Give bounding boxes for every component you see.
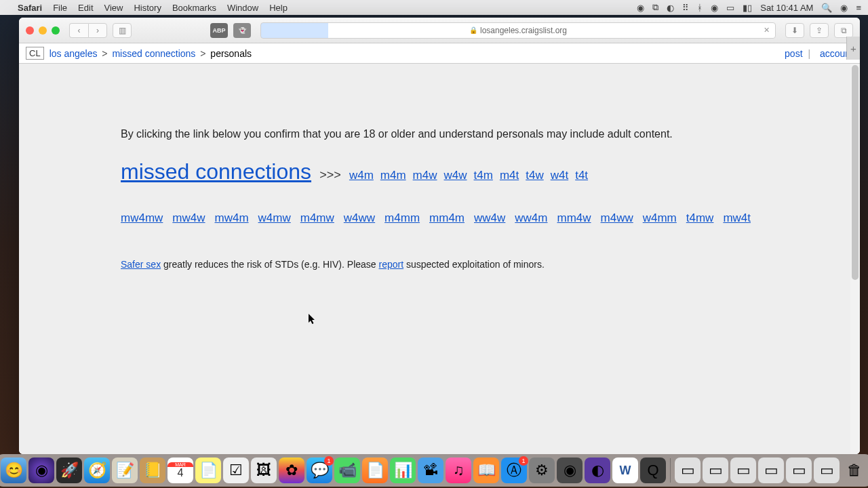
notes-icon[interactable]: 📄 (195, 458, 221, 483)
menu-help[interactable]: Help (269, 3, 288, 13)
siri-dock-icon[interactable]: ◉ (28, 458, 54, 483)
cat-link-t4mw[interactable]: t4mw (686, 211, 714, 224)
word-icon[interactable]: W (612, 458, 638, 483)
preview-icon[interactable]: 🖼 (251, 458, 277, 483)
bluetooth-icon[interactable]: ᚼ (697, 3, 703, 13)
stop-reload-button[interactable]: ✕ (764, 26, 770, 35)
cat-link-mw4w[interactable]: mw4w (172, 211, 205, 224)
launchpad-icon[interactable]: 🚀 (56, 458, 82, 483)
minimized-window-3[interactable]: ▭ (730, 458, 756, 483)
window-minimize-button[interactable] (39, 26, 47, 35)
screen-record-icon[interactable]: ◉ (637, 3, 644, 13)
keynote-icon[interactable]: 📽 (418, 458, 443, 483)
contacts-icon[interactable]: 📒 (140, 458, 165, 483)
ibooks-icon[interactable]: 📖 (473, 458, 499, 483)
forward-button[interactable]: › (88, 23, 107, 38)
clock[interactable]: Sat 10:41 AM (760, 3, 813, 13)
safari-dock-icon[interactable]: 🧭 (84, 458, 110, 483)
cat-link-w4t[interactable]: w4t (551, 169, 568, 182)
ghostery-extension-icon[interactable]: 👻 (233, 23, 251, 38)
quicktime-icon[interactable]: Q (640, 458, 666, 483)
system-preferences-icon[interactable]: ⚙ (529, 458, 555, 483)
vertical-scrollbar[interactable] (850, 64, 860, 454)
cat-link-m4w[interactable]: m4w (413, 169, 437, 182)
dropbox-icon[interactable]: ⧉ (652, 2, 658, 13)
cat-link-w4mm[interactable]: w4mm (643, 211, 677, 224)
cat-link-t4t[interactable]: t4t (575, 169, 588, 182)
new-tab-button[interactable]: + (846, 37, 860, 60)
display-icon[interactable]: ▭ (726, 3, 734, 13)
back-button[interactable]: ‹ (69, 23, 88, 38)
address-bar[interactable]: 🔒 losangeles.craigslist.org ✕ (260, 22, 776, 39)
post-link[interactable]: post (785, 48, 802, 59)
cat-link-ww4m[interactable]: ww4m (515, 211, 547, 224)
cat-link-t4w[interactable]: t4w (526, 169, 543, 182)
url-text: losangeles.craigslist.org (480, 26, 567, 35)
reminders-icon[interactable]: ☑ (223, 458, 249, 483)
sidebar-toggle-button[interactable]: ▥ (113, 23, 132, 38)
cat-link-m4mw[interactable]: m4mw (300, 211, 334, 224)
share-button[interactable]: ⇪ (810, 23, 829, 38)
cat-link-t4m[interactable]: t4m (474, 169, 493, 182)
report-link[interactable]: report (378, 259, 403, 270)
breadcrumb-city[interactable]: los angeles (50, 48, 98, 59)
appstore-icon[interactable]: Ⓐ1 (501, 458, 527, 483)
cat-link-w4ww[interactable]: w4ww (344, 211, 375, 224)
minimized-window-2[interactable]: ▭ (703, 458, 728, 483)
window-close-button[interactable] (26, 26, 34, 35)
sync-icon[interactable]: ◐ (667, 3, 674, 13)
siri-icon[interactable]: ◉ (840, 3, 848, 13)
missed-connections-link[interactable]: missed connections (121, 159, 311, 184)
minimized-window-6[interactable]: ▭ (814, 458, 840, 483)
menu-bookmarks[interactable]: Bookmarks (172, 3, 216, 13)
menu-edit[interactable]: Edit (78, 3, 93, 13)
cat-link-ww4w[interactable]: ww4w (474, 211, 505, 224)
menu-history[interactable]: History (134, 3, 161, 13)
finder-icon[interactable]: 😊 (1, 458, 26, 483)
menu-file[interactable]: File (53, 3, 67, 13)
trash-icon[interactable]: 🗑 (842, 458, 867, 483)
itunes-icon[interactable]: ♫ (446, 458, 471, 483)
cat-link-m4mm[interactable]: m4mm (384, 211, 420, 224)
cat-link-mm4w[interactable]: mm4w (557, 211, 591, 224)
cat-link-mw4m[interactable]: mw4m (215, 211, 249, 224)
protools-icon[interactable]: ◉ (557, 458, 583, 483)
age-confirm-text: By clicking the link below you confirm t… (121, 128, 860, 140)
pages-icon[interactable]: 📄 (362, 458, 388, 483)
photos-icon[interactable]: ✿ (279, 458, 304, 483)
cat-link-m4ww[interactable]: m4ww (601, 211, 633, 224)
facetime-icon[interactable]: 📹 (334, 458, 360, 483)
cat-link-w4w[interactable]: w4w (444, 169, 467, 182)
eclipse-icon[interactable]: ◐ (585, 458, 610, 483)
messages-icon[interactable]: 💬1 (307, 458, 332, 483)
textedit-icon[interactable]: 📝 (112, 458, 138, 483)
menu-view[interactable]: View (104, 3, 123, 13)
minimized-window-4[interactable]: ▭ (758, 458, 784, 483)
cat-link-m4t[interactable]: m4t (500, 169, 519, 182)
spotlight-icon[interactable]: 🔍 (821, 3, 832, 13)
cat-link-mw4mw[interactable]: mw4mw (121, 211, 163, 224)
cat-link-mw4t[interactable]: mw4t (723, 211, 751, 224)
cat-link-w4m[interactable]: w4m (349, 169, 374, 182)
adblock-extension-icon[interactable]: ABP (210, 23, 228, 38)
downloads-button[interactable]: ⬇ (785, 23, 804, 38)
tabs-button[interactable]: ⧉ (834, 23, 853, 38)
cat-link-mm4m[interactable]: mm4m (429, 211, 465, 224)
cat-link-w4mw[interactable]: w4mw (258, 211, 291, 224)
scrollbar-thumb[interactable] (852, 65, 859, 280)
notification-center-icon[interactable]: ≡ (856, 3, 861, 13)
battery-icon[interactable]: ▮▯ (743, 3, 752, 13)
menu-window[interactable]: Window (227, 3, 258, 13)
cat-link-m4m[interactable]: m4m (380, 169, 406, 182)
grid-icon[interactable]: ⠿ (682, 3, 689, 13)
cl-logo[interactable]: CL (26, 47, 44, 60)
wifi-icon[interactable]: ◉ (711, 3, 718, 13)
breadcrumb-category[interactable]: missed connections (112, 48, 195, 59)
calendar-icon[interactable]: MAR4 (167, 458, 193, 483)
safer-sex-link[interactable]: Safer sex (121, 259, 161, 270)
minimized-window-5[interactable]: ▭ (786, 458, 812, 483)
numbers-icon[interactable]: 📊 (390, 458, 416, 483)
app-name[interactable]: Safari (18, 3, 42, 13)
window-zoom-button[interactable] (52, 26, 60, 35)
minimized-window-1[interactable]: ▭ (675, 458, 701, 483)
